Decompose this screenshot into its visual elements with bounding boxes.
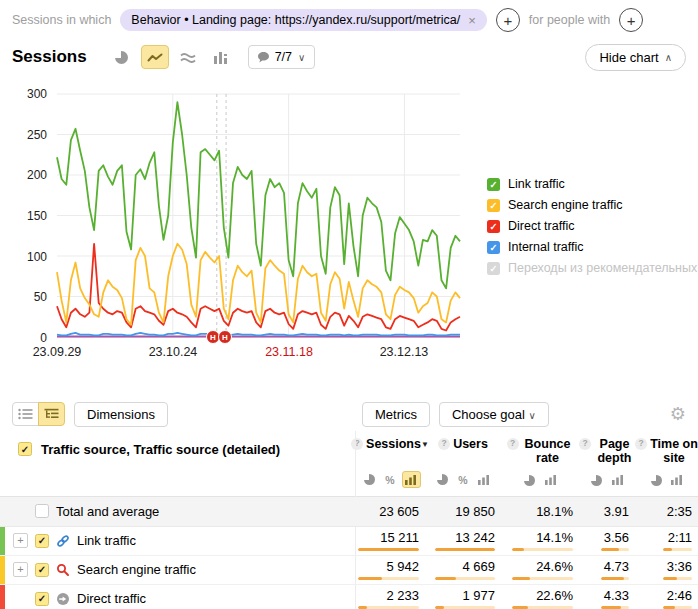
pie-toggle[interactable]: [360, 471, 379, 488]
percent-toggle[interactable]: %: [454, 471, 473, 488]
row-checkbox-unchecked[interactable]: [35, 504, 49, 518]
link-icon: [56, 534, 70, 548]
legend-item-internal-traffic[interactable]: ✓ Internal traffic: [487, 240, 698, 254]
gear-icon[interactable]: ⚙: [670, 405, 686, 423]
bars-icon: [478, 475, 490, 485]
help-icon[interactable]: ?: [438, 438, 450, 450]
help-icon[interactable]: ?: [351, 438, 363, 450]
users-bar: [435, 606, 495, 609]
hide-chart-label: Hide chart: [599, 50, 658, 65]
chart-lines: [57, 94, 460, 337]
users-bar: [435, 577, 495, 580]
column-header-users: ? Users %: [425, 437, 501, 495]
pie-icon: [524, 475, 535, 486]
legend-item-search-engine-traffic[interactable]: ✓ Search engine traffic: [487, 198, 698, 212]
legend-item-recommendation-systems[interactable]: ✓ Переходы из рекомендательных систем: [487, 261, 698, 275]
expand-row-button[interactable]: +: [13, 562, 28, 577]
sessions-bar: [358, 577, 419, 580]
filter-chip-landing-page[interactable]: Behavior • Landing page: https://yandex.…: [120, 9, 486, 31]
display-toggles: [587, 472, 627, 489]
dimension-cell: + ✓ Search engine traffic: [0, 556, 355, 584]
pie-icon: [437, 474, 448, 485]
column-title[interactable]: ? Time on site: [635, 437, 698, 466]
legend-item-link-traffic[interactable]: ✓ Link traffic: [487, 177, 698, 191]
users-value: 1 977: [462, 589, 495, 602]
time-on-site-value: 3:36: [667, 560, 692, 573]
table-row-direct-traffic: ✓ Direct traffic 2 233 1 977 22.6% 4.33 …: [0, 585, 698, 609]
bars-icon: [545, 475, 557, 485]
pie-toggle[interactable]: [520, 472, 539, 489]
legend-label: Search engine traffic: [508, 198, 622, 212]
bars-toggle[interactable]: [608, 472, 627, 489]
sessions-chart: 300 250 200 150 100 50 0 23.09.29 23.10.…: [0, 77, 698, 375]
legend-label: Internal traffic: [508, 240, 584, 254]
legend-label: Link traffic: [508, 177, 565, 191]
bounce-rate-bar: [512, 548, 573, 551]
hide-chart-button[interactable]: Hide chart ∧: [585, 44, 686, 71]
for-people-with-label: for people with: [529, 13, 610, 27]
stacked-area-view-button[interactable]: [174, 45, 202, 69]
percent-toggle[interactable]: %: [381, 471, 400, 488]
column-title[interactable]: ? Sessions ▼: [351, 437, 429, 465]
bars-toggle[interactable]: [541, 472, 560, 489]
bars-icon: [612, 475, 624, 485]
bars-toggle[interactable]: [402, 471, 421, 488]
row-label[interactable]: Search engine traffic: [77, 562, 196, 577]
pie-toggle[interactable]: [587, 472, 606, 489]
help-icon[interactable]: ?: [635, 438, 647, 450]
select-all-checkbox[interactable]: ✓: [18, 442, 32, 456]
dimensions-button[interactable]: Dimensions: [74, 402, 168, 427]
plot-area[interactable]: [57, 94, 460, 337]
column-title[interactable]: ? Users: [438, 437, 488, 465]
bounce-rate-bar: [512, 577, 573, 580]
time-on-site-value: 2:11: [668, 531, 692, 544]
column-header-time-on-site: ? Time on site: [635, 437, 698, 496]
bars-toggle[interactable]: [668, 472, 687, 489]
sessions-value: 23 605: [379, 505, 419, 518]
table-row-link-traffic: + ✓ Link traffic 15 211 13 242 14.1% 3.5…: [0, 527, 698, 556]
tree-view-button[interactable]: [38, 402, 65, 426]
page-depth-value: 4.33: [604, 589, 629, 602]
comments-dropdown[interactable]: 7/7 ∨: [248, 45, 316, 69]
comments-counter: 7/7: [275, 50, 292, 64]
time-on-site-bar: [663, 606, 692, 609]
flat-list-view-button[interactable]: [12, 402, 39, 426]
bounce-rate-value: 14.1%: [536, 531, 573, 544]
x-tick: 23.09.29: [33, 345, 82, 359]
close-icon[interactable]: ×: [468, 14, 476, 27]
pie-icon: [651, 475, 662, 486]
help-icon[interactable]: ?: [579, 438, 591, 450]
expand-row-button[interactable]: +: [13, 533, 28, 548]
row-checkbox-checked[interactable]: ✓: [35, 563, 49, 577]
column-header-bounce-rate: ? Bounce rate: [501, 437, 579, 496]
comment-bubble-icon: [258, 52, 269, 63]
bars-toggle[interactable]: [475, 471, 494, 488]
metrics-button[interactable]: Metrics: [362, 402, 430, 427]
column-title[interactable]: ? Page depth: [579, 437, 635, 466]
sessions-value: 5 942: [386, 560, 419, 573]
pie-toggle[interactable]: [647, 472, 666, 489]
add-session-filter-button[interactable]: +: [496, 8, 520, 32]
choose-goal-button[interactable]: Choose goal ∨: [439, 402, 549, 427]
users-bar: [435, 548, 495, 551]
bounce-rate-value: 22.6%: [536, 589, 573, 602]
annotation-marker[interactable]: H: [218, 330, 232, 344]
add-people-filter-button[interactable]: +: [619, 8, 643, 32]
legend-item-direct-traffic[interactable]: ✓ Direct traffic: [487, 219, 698, 233]
page-depth-bar: [601, 548, 629, 551]
row-checkbox-checked[interactable]: ✓: [35, 592, 49, 606]
column-chart-view-button[interactable]: [207, 45, 235, 69]
pie-toggle[interactable]: [433, 471, 452, 488]
y-tick: 0: [40, 331, 47, 345]
x-tick-holiday: 23.11.18: [265, 345, 313, 359]
column-title[interactable]: ? Bounce rate: [507, 437, 574, 466]
help-icon[interactable]: ?: [507, 438, 519, 450]
pie-chart-view-button[interactable]: [108, 45, 136, 69]
column-header-sessions: ? Sessions ▼ %: [355, 437, 425, 495]
row-label[interactable]: Link traffic: [77, 533, 136, 548]
line-chart-view-button[interactable]: [141, 45, 169, 69]
row-label[interactable]: Direct traffic: [77, 591, 146, 606]
chart-header: Sessions 7/7 ∨ Hide chart ∧: [0, 37, 698, 77]
bars-icon: [405, 475, 417, 485]
row-checkbox-checked[interactable]: ✓: [35, 534, 49, 548]
